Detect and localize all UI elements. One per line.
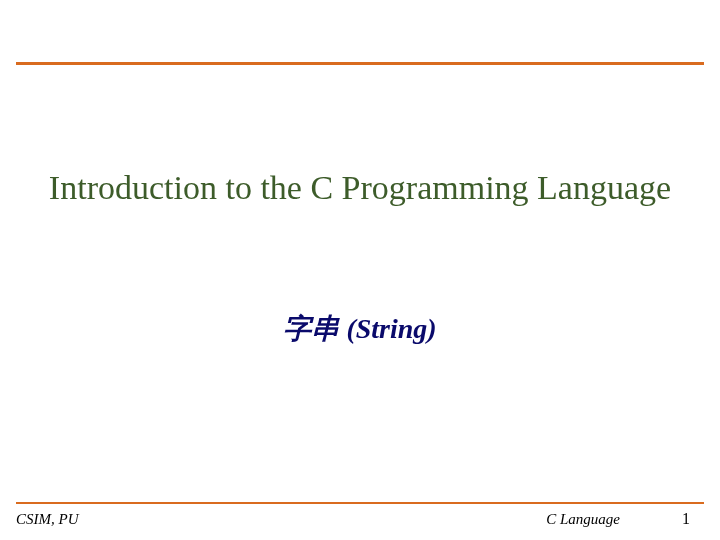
footer-left-text: CSIM, PU: [16, 511, 79, 528]
header-divider: [16, 62, 704, 65]
slide-title: Introduction to the C Programming Langua…: [0, 168, 720, 209]
page-number: 1: [682, 510, 690, 528]
footer-divider: [16, 502, 704, 504]
slide-subtitle: 字串 (String): [0, 310, 720, 348]
footer-center-text: C Language: [546, 511, 620, 528]
